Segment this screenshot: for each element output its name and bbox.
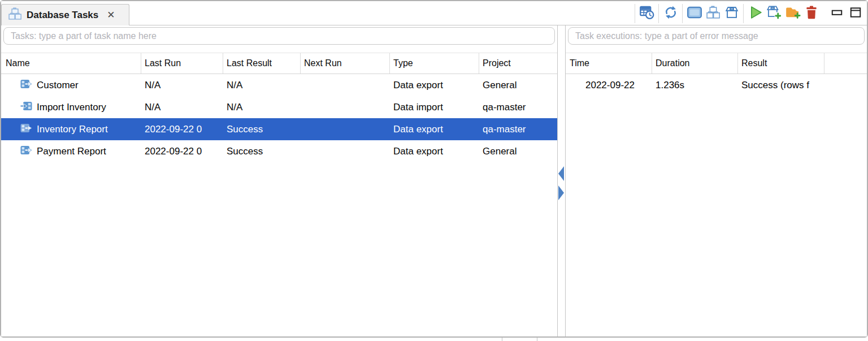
database-tasks-window: Database Tasks ✕: [0, 0, 868, 338]
column-header-filler: [824, 53, 867, 74]
column-header-project[interactable]: Project: [479, 53, 557, 74]
column-header-last-result[interactable]: Last Result: [223, 53, 301, 74]
below-window-strip: [0, 338, 868, 341]
task-row-payment-report[interactable]: Payment Report 2022-09-22 0 Success Data…: [1, 140, 557, 162]
maximize-icon: [849, 6, 862, 21]
task-type: Data export: [390, 80, 479, 91]
execution-row[interactable]: 2022-09-22 1.236s Success (rows f: [566, 74, 867, 96]
sash-tick: [502, 338, 502, 341]
flat-view-button[interactable]: [722, 4, 741, 23]
tab-close-icon[interactable]: ✕: [107, 10, 115, 20]
create-new-task-button[interactable]: [765, 4, 783, 23]
execution-duration: 1.236s: [652, 80, 738, 91]
task-last-run: 2022-09-22 0: [141, 124, 223, 135]
task-row-import-inventory[interactable]: Import Inventory N/A N/A Data import qa-…: [1, 96, 557, 118]
task-last-result: Success: [223, 146, 301, 157]
task-executions-panel: Time Duration Result 2022-09-22 1.236s S…: [565, 25, 867, 336]
execution-time: 2022-09-22: [566, 80, 652, 91]
task-row-customer[interactable]: Customer N/A N/A Data export General: [1, 74, 557, 96]
data-export-icon: [20, 79, 32, 92]
maximize-button[interactable]: [846, 4, 865, 23]
execution-result: Success (rows f: [738, 80, 824, 91]
task-name: Import Inventory: [37, 102, 106, 113]
tasks-panel: Name Last Run Last Result Next Run Type …: [1, 25, 558, 336]
column-header-last-run[interactable]: Last Run: [141, 53, 223, 74]
refresh-button[interactable]: [661, 4, 680, 23]
toolbar-separator: [682, 4, 683, 23]
task-name: Payment Report: [37, 146, 106, 157]
column-header-name[interactable]: Name: [1, 53, 141, 74]
tab-bar: Database Tasks ✕: [1, 1, 867, 25]
minimize-icon: [831, 6, 843, 21]
table-clock-icon: [639, 5, 654, 22]
open-box-icon: [724, 5, 739, 22]
new-folder-icon: [785, 5, 801, 22]
data-export-icon: [20, 123, 32, 136]
executions-filter-area: [566, 25, 867, 53]
refresh-icon: [663, 5, 678, 22]
task-last-run: 2022-09-22 0: [141, 146, 223, 157]
panel-splitter[interactable]: [558, 25, 565, 336]
task-name: Customer: [37, 80, 79, 91]
executions-filter-input[interactable]: [568, 27, 865, 45]
task-last-result: Success: [223, 124, 301, 135]
main-area: Name Last Run Last Result Next Run Type …: [1, 25, 867, 336]
panel-icon: [687, 5, 702, 22]
task-last-result: N/A: [223, 102, 301, 113]
toolbar-separator: [635, 4, 635, 23]
column-header-next-run[interactable]: Next Run: [301, 53, 390, 74]
column-header-duration[interactable]: Duration: [652, 53, 738, 74]
toolbar-separator: [658, 4, 659, 23]
tasks-filter-area: [1, 25, 557, 53]
task-type: Data import: [390, 102, 479, 113]
task-last-run: N/A: [141, 102, 223, 113]
tab-title: Database Tasks: [27, 10, 98, 21]
task-last-result: N/A: [223, 80, 301, 91]
play-icon: [748, 5, 763, 22]
run-task-button[interactable]: [746, 4, 765, 23]
collapse-left-arrow-icon[interactable]: [558, 166, 564, 181]
toolbar-separator: [743, 4, 744, 23]
create-task-folder-button[interactable]: [783, 4, 802, 23]
delete-task-button[interactable]: [802, 4, 821, 23]
task-type: Data export: [390, 146, 479, 157]
stacked-boxes-icon: [8, 7, 21, 23]
column-header-time[interactable]: Time: [566, 53, 652, 74]
task-name: Inventory Report: [37, 124, 108, 135]
executions-table-header: Time Duration Result: [566, 53, 867, 74]
task-last-run: N/A: [141, 80, 223, 91]
task-project: qa-master: [479, 102, 557, 113]
task-row-inventory-report[interactable]: Inventory Report 2022-09-22 0 Success Da…: [1, 118, 557, 140]
task-project: qa-master: [479, 124, 557, 135]
toolbar: [632, 1, 865, 25]
collapse-right-arrow-icon[interactable]: [558, 185, 564, 200]
sash-tick: [537, 338, 537, 341]
tab-database-tasks[interactable]: Database Tasks ✕: [1, 4, 129, 25]
column-header-type[interactable]: Type: [390, 53, 479, 74]
minimize-button[interactable]: [827, 4, 846, 23]
data-export-icon: [20, 145, 32, 158]
column-header-result[interactable]: Result: [738, 53, 824, 74]
tasks-filter-input[interactable]: [3, 27, 555, 45]
new-task-icon: [766, 5, 782, 22]
trash-icon: [805, 5, 818, 22]
task-project: General: [479, 146, 557, 157]
task-project: General: [479, 80, 557, 91]
task-type: Data export: [390, 124, 479, 135]
data-import-icon: [20, 101, 32, 114]
view-task-schedules-button[interactable]: [637, 4, 656, 23]
tasks-table-header: Name Last Run Last Result Next Run Type …: [1, 53, 557, 74]
show-panel-button[interactable]: [685, 4, 704, 23]
group-tasks-button[interactable]: [704, 4, 722, 23]
boxes-icon: [706, 6, 720, 21]
